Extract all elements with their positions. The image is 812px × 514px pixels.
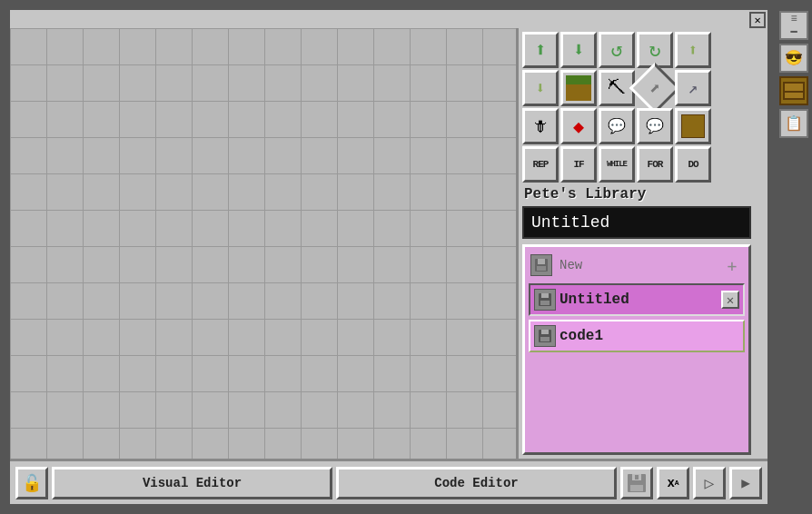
new-label: New: [556, 258, 718, 272]
chat2-button[interactable]: 💬: [637, 108, 673, 144]
move-up-button[interactable]: ⬆: [522, 32, 559, 68]
library-item[interactable]: Untitled ✕: [529, 283, 745, 316]
code-editor-tab[interactable]: Code Editor: [336, 467, 617, 499]
move-up-alt-button[interactable]: ⬆: [675, 32, 711, 68]
svg-rect-11: [630, 485, 643, 491]
run-slow-button[interactable]: ▷: [693, 467, 726, 499]
toolbar-row-4: REP IF WHILE FOR DO: [522, 146, 751, 183]
var-tool-button[interactable]: xA: [657, 467, 689, 499]
library-item-name: code1: [559, 328, 739, 344]
bottom-bar: 🔓 Visual Editor Code Editor xA ▷ ▶: [10, 459, 767, 504]
toolbar-row-3: 🗡 ◆ 💬 💬: [522, 108, 751, 144]
arrow-ne-alt-button[interactable]: ↗: [675, 70, 711, 106]
library-name-input[interactable]: [522, 206, 751, 239]
library-item[interactable]: code1: [529, 320, 745, 352]
close-button[interactable]: ✕: [749, 12, 766, 28]
dirt2-button[interactable]: [675, 108, 711, 144]
item-save-icon: [534, 289, 556, 311]
toolbar: ⬆ ⬇ ↺ ↻ ⬆ ⬇ ⛏ ➡ ↗: [522, 32, 751, 183]
new-save-icon: [530, 254, 552, 276]
svg-rect-1: [538, 259, 545, 264]
move-down-button[interactable]: ⬇: [560, 32, 597, 68]
svg-rect-8: [540, 337, 550, 341]
book-icon[interactable]: 📋: [779, 109, 808, 138]
svg-rect-2: [537, 266, 546, 271]
rotate-ccw-button[interactable]: ↺: [599, 32, 635, 68]
run-fast-button[interactable]: ▶: [729, 467, 762, 499]
library-new-row: New +: [529, 251, 745, 280]
right-sidebar: ≡━ 😎 📋: [776, 7, 812, 142]
rep-button[interactable]: REP: [522, 146, 559, 183]
svg-rect-12: [635, 475, 639, 479]
bottom-tools: xA ▷ ▶: [620, 467, 762, 499]
visual-editor-panel: [10, 28, 519, 459]
editor-grid[interactable]: [10, 28, 516, 459]
item-save-icon: [534, 325, 556, 347]
toolbar-row-2: ⬇ ⛏ ➡ ↗: [522, 70, 751, 106]
visual-editor-tab[interactable]: Visual Editor: [52, 467, 332, 499]
sword-button[interactable]: 🗡: [522, 108, 559, 144]
chest-icon[interactable]: [779, 76, 808, 105]
main-window: ✕ ⬆ ⬇ ↺ ↻ ⬆ ⬇: [7, 7, 770, 507]
svg-rect-7: [541, 330, 549, 334]
library-title: Pete's Library: [524, 186, 749, 203]
arrow-ne-button[interactable]: ➡: [629, 63, 681, 114]
do-button[interactable]: DO: [675, 146, 711, 183]
add-library-button[interactable]: +: [721, 254, 743, 276]
svg-rect-5: [540, 301, 550, 305]
library-item-name: Untitled: [559, 292, 718, 308]
while-button[interactable]: WHILE: [599, 146, 635, 183]
redstone-button[interactable]: ◆: [560, 108, 597, 144]
svg-rect-4: [541, 293, 549, 298]
avatar-icon[interactable]: 😎: [779, 44, 808, 73]
library-item-delete-button[interactable]: ✕: [721, 291, 739, 309]
save-tool-button[interactable]: [620, 467, 653, 499]
chat1-button[interactable]: 💬: [599, 108, 635, 144]
if-button[interactable]: IF: [560, 146, 597, 183]
lock-button[interactable]: 🔓: [15, 467, 48, 499]
library-list: New + Untitled ✕: [522, 244, 751, 455]
toolbar-row-1: ⬆ ⬇ ↺ ↻ ⬆: [522, 32, 751, 68]
move-down-alt-button[interactable]: ⬇: [522, 70, 559, 106]
dirt-block-button[interactable]: [560, 70, 597, 106]
console-icon[interactable]: ≡━: [779, 11, 808, 40]
right-panel: ⬆ ⬇ ↺ ↻ ⬆ ⬇ ⛏ ➡ ↗: [519, 28, 755, 459]
for-button[interactable]: FOR: [637, 146, 673, 183]
